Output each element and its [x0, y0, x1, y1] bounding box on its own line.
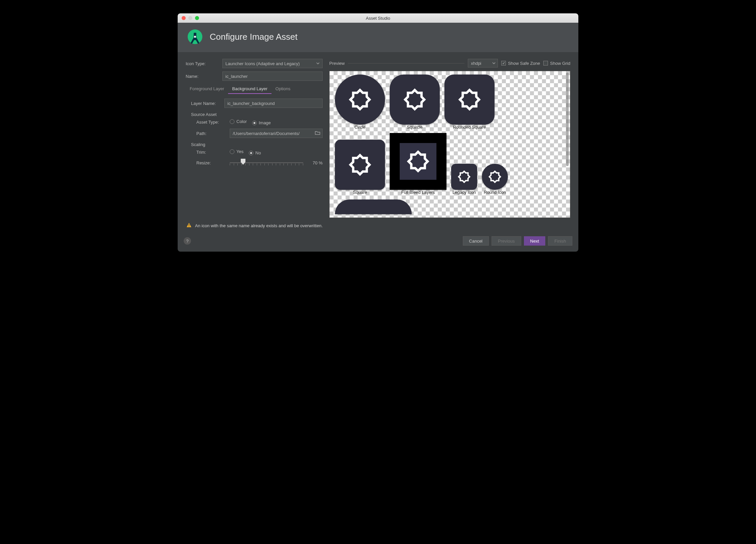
asset-type-color-label: Color — [236, 119, 247, 124]
dialog-footer: ? Cancel Previous Next Finish — [178, 233, 578, 252]
divider — [348, 63, 464, 63]
preview-label: Preview — [329, 61, 345, 66]
tab-foreground[interactable]: Foreground Layer — [186, 84, 228, 94]
layer-name-label: Layer Name: — [191, 101, 221, 106]
caption-squircle: Squircle — [407, 125, 423, 130]
trim-yes-label: Yes — [236, 149, 243, 154]
preview-squircle — [390, 75, 440, 125]
preview-scrollbar[interactable] — [566, 73, 569, 216]
asset-type-image-label: Image — [259, 120, 271, 125]
caption-square: Square — [353, 190, 367, 195]
name-value: ic_launcher — [225, 74, 248, 79]
finish-button[interactable]: Finish — [548, 236, 572, 246]
caption-legacy: Legacy Icon — [452, 190, 476, 195]
preview-area: Circle Squircle Rounded Square Square — [329, 71, 570, 218]
caption-rounded: Rounded Square — [453, 125, 486, 130]
name-field[interactable]: ic_launcher — [222, 72, 323, 81]
density-value: xhdpi — [471, 61, 481, 66]
caption-fullbleed: Full Bleed Layers — [401, 190, 435, 195]
asset-type-color-radio[interactable]: Color — [230, 119, 247, 124]
preview-rounded-square — [444, 75, 495, 125]
titlebar: Asset Studio — [178, 13, 578, 23]
resize-value: 70 % — [307, 160, 323, 165]
trim-no-radio[interactable]: No — [249, 150, 261, 155]
path-value: /Users/bernardoferrari/Documents/ — [233, 131, 300, 136]
tab-options[interactable]: Options — [271, 84, 295, 94]
caption-circle: Circle — [354, 125, 365, 130]
preview-circle — [335, 75, 385, 125]
trim-label: Trim: — [196, 150, 226, 155]
show-safe-zone-label: Show Safe Zone — [508, 61, 540, 66]
icon-type-dropdown[interactable]: Launcher Icons (Adaptive and Legacy) — [222, 59, 323, 68]
icon-type-label: Icon Type: — [186, 61, 219, 66]
layer-tabs: Foreground Layer Background Layer Option… — [186, 84, 323, 94]
preview-full-bleed — [390, 133, 446, 190]
path-label: Path: — [196, 131, 226, 136]
asset-type-label: Asset Type: — [196, 120, 226, 125]
dialog-title: Configure Image Asset — [210, 32, 298, 42]
previous-button[interactable]: Previous — [492, 236, 521, 246]
name-label: Name: — [186, 74, 219, 79]
cancel-button[interactable]: Cancel — [463, 236, 489, 246]
window-title: Asset Studio — [178, 16, 578, 21]
path-field[interactable]: /Users/bernardoferrari/Documents/ — [230, 129, 323, 138]
asset-type-image-radio[interactable]: Image — [252, 120, 271, 125]
android-studio-icon — [187, 29, 203, 45]
preview-panel: Preview xhdpi Show Safe Zone Show Grid — [329, 59, 570, 218]
layer-name-field[interactable]: ic_launcher_background — [224, 99, 323, 108]
scaling-label: Scaling — [186, 142, 323, 147]
config-panel: Icon Type: Launcher Icons (Adaptive and … — [186, 59, 323, 218]
dialog-header: Configure Image Asset — [178, 23, 578, 52]
source-asset-label: Source Asset — [186, 112, 323, 117]
warning-text: An icon with the same name already exist… — [195, 223, 323, 228]
show-grid-label: Show Grid — [550, 61, 570, 66]
trim-yes-radio[interactable]: Yes — [230, 149, 243, 154]
chevron-down-icon — [316, 61, 320, 66]
svg-rect-4 — [189, 226, 189, 227]
warning-icon — [186, 223, 192, 229]
tab-background[interactable]: Background Layer — [228, 84, 271, 94]
show-safe-zone-checkbox[interactable]: Show Safe Zone — [501, 61, 540, 66]
resize-label: Resize: — [196, 160, 226, 165]
help-button[interactable]: ? — [184, 237, 191, 245]
icon-type-value: Launcher Icons (Adaptive and Legacy) — [225, 61, 300, 66]
preview-round — [482, 164, 508, 190]
svg-point-2 — [194, 36, 196, 38]
trim-no-label: No — [255, 150, 261, 155]
next-button[interactable]: Next — [524, 236, 546, 246]
layer-name-value: ic_launcher_background — [227, 101, 275, 106]
show-grid-checkbox[interactable]: Show Grid — [543, 61, 570, 66]
warning-row: An icon with the same name already exist… — [178, 218, 578, 233]
window: Asset Studio Configure Image Asset Icon … — [178, 13, 578, 252]
caption-round: Round Icon — [484, 190, 506, 195]
density-dropdown[interactable]: xhdpi — [468, 59, 498, 67]
resize-slider[interactable] — [230, 159, 303, 167]
preview-google-play — [335, 199, 412, 214]
preview-square — [335, 140, 385, 190]
chevron-down-icon — [492, 61, 496, 66]
folder-icon[interactable] — [315, 131, 320, 136]
preview-legacy — [451, 164, 477, 190]
svg-rect-3 — [189, 224, 189, 226]
